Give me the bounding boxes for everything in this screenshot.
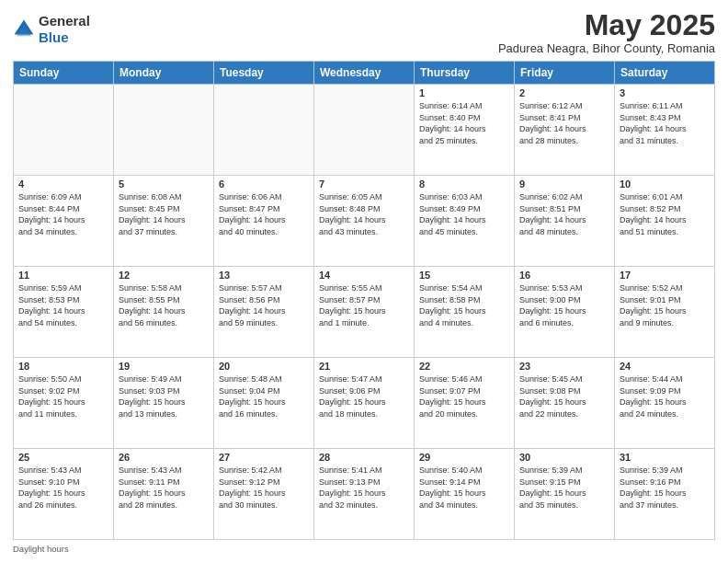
calendar-cell: 10Sunrise: 6:01 AM Sunset: 8:52 PM Dayli… [615, 176, 715, 267]
day-number: 21 [319, 361, 409, 372]
calendar-cell: 13Sunrise: 5:57 AM Sunset: 8:56 PM Dayli… [214, 267, 314, 358]
day-number: 19 [119, 361, 209, 372]
logo-blue: Blue [39, 29, 69, 45]
day-number: 17 [620, 270, 710, 281]
day-number: 25 [18, 452, 108, 463]
day-number: 27 [219, 452, 309, 463]
day-number: 6 [219, 178, 309, 190]
day-info: Sunrise: 5:39 AM Sunset: 9:15 PM Dayligh… [519, 465, 609, 511]
day-number: 18 [18, 361, 108, 372]
week-row-3: 11Sunrise: 5:59 AM Sunset: 8:53 PM Dayli… [14, 267, 715, 358]
calendar-cell: 11Sunrise: 5:59 AM Sunset: 8:53 PM Dayli… [14, 267, 114, 358]
day-number: 26 [119, 452, 209, 463]
day-info: Sunrise: 5:54 AM Sunset: 8:58 PM Dayligh… [419, 282, 509, 328]
calendar-cell: 18Sunrise: 5:50 AM Sunset: 9:02 PM Dayli… [14, 358, 114, 449]
calendar-cell: 17Sunrise: 5:52 AM Sunset: 9:01 PM Dayli… [615, 267, 715, 358]
day-number: 30 [519, 452, 609, 463]
col-saturday: Saturday [615, 62, 715, 85]
day-number: 1 [419, 87, 509, 98]
page: General Blue May 2025 Padurea Neagra, Bi… [0, 0, 728, 563]
day-number: 9 [519, 178, 609, 190]
header: General Blue May 2025 Padurea Neagra, Bi… [13, 9, 715, 55]
col-tuesday: Tuesday [214, 62, 314, 85]
header-row: Sunday Monday Tuesday Wednesday Thursday… [14, 62, 715, 85]
day-number: 15 [419, 270, 509, 281]
day-number: 7 [319, 178, 409, 190]
location-subtitle: Padurea Neagra, Bihor County, Romania [498, 41, 715, 55]
footer-note: Daylight hours [13, 544, 715, 554]
day-info: Sunrise: 5:46 AM Sunset: 9:07 PM Dayligh… [419, 373, 509, 419]
day-number: 8 [419, 178, 509, 190]
day-info: Sunrise: 5:50 AM Sunset: 9:02 PM Dayligh… [18, 373, 108, 419]
day-info: Sunrise: 5:57 AM Sunset: 8:56 PM Dayligh… [219, 282, 309, 328]
day-number: 14 [319, 270, 409, 281]
day-number: 28 [319, 452, 409, 463]
calendar-cell: 5Sunrise: 6:08 AM Sunset: 8:45 PM Daylig… [114, 176, 214, 267]
day-info: Sunrise: 5:53 AM Sunset: 9:00 PM Dayligh… [519, 282, 609, 328]
week-row-5: 25Sunrise: 5:43 AM Sunset: 9:10 PM Dayli… [14, 449, 715, 540]
calendar-cell: 15Sunrise: 5:54 AM Sunset: 8:58 PM Dayli… [415, 267, 515, 358]
week-row-2: 4Sunrise: 6:09 AM Sunset: 8:44 PM Daylig… [14, 176, 715, 267]
col-friday: Friday [515, 62, 615, 85]
calendar-cell: 7Sunrise: 6:05 AM Sunset: 8:48 PM Daylig… [314, 176, 415, 267]
day-number: 2 [519, 87, 609, 98]
day-info: Sunrise: 5:41 AM Sunset: 9:13 PM Dayligh… [319, 465, 409, 511]
day-info: Sunrise: 5:58 AM Sunset: 8:55 PM Dayligh… [119, 282, 209, 328]
day-number: 23 [519, 361, 609, 372]
day-info: Sunrise: 6:03 AM Sunset: 8:49 PM Dayligh… [419, 191, 509, 237]
col-thursday: Thursday [415, 62, 515, 85]
day-info: Sunrise: 5:52 AM Sunset: 9:01 PM Dayligh… [620, 282, 710, 328]
calendar-cell: 28Sunrise: 5:41 AM Sunset: 9:13 PM Dayli… [314, 449, 415, 540]
calendar-cell: 29Sunrise: 5:40 AM Sunset: 9:14 PM Dayli… [415, 449, 515, 540]
calendar-cell [214, 85, 314, 176]
day-number: 31 [620, 452, 710, 463]
col-sunday: Sunday [14, 62, 114, 85]
calendar-cell [314, 85, 415, 176]
day-number: 24 [620, 361, 710, 372]
day-info: Sunrise: 5:42 AM Sunset: 9:12 PM Dayligh… [219, 465, 309, 511]
calendar-cell: 26Sunrise: 5:43 AM Sunset: 9:11 PM Dayli… [114, 449, 214, 540]
day-number: 22 [419, 361, 509, 372]
col-wednesday: Wednesday [314, 62, 415, 85]
calendar-table: Sunday Monday Tuesday Wednesday Thursday… [13, 61, 715, 540]
calendar-cell: 27Sunrise: 5:42 AM Sunset: 9:12 PM Dayli… [214, 449, 314, 540]
day-number: 12 [119, 270, 209, 281]
day-info: Sunrise: 5:39 AM Sunset: 9:16 PM Dayligh… [620, 465, 710, 511]
day-info: Sunrise: 5:48 AM Sunset: 9:04 PM Dayligh… [219, 373, 309, 419]
calendar-cell: 14Sunrise: 5:55 AM Sunset: 8:57 PM Dayli… [314, 267, 415, 358]
calendar-cell: 6Sunrise: 6:06 AM Sunset: 8:47 PM Daylig… [214, 176, 314, 267]
calendar-cell: 20Sunrise: 5:48 AM Sunset: 9:04 PM Dayli… [214, 358, 314, 449]
month-title: May 2025 [498, 9, 715, 41]
day-info: Sunrise: 5:45 AM Sunset: 9:08 PM Dayligh… [519, 373, 609, 419]
day-info: Sunrise: 5:47 AM Sunset: 9:06 PM Dayligh… [319, 373, 409, 419]
day-number: 5 [119, 178, 209, 190]
calendar-cell: 2Sunrise: 6:12 AM Sunset: 8:41 PM Daylig… [515, 85, 615, 176]
day-info: Sunrise: 6:05 AM Sunset: 8:48 PM Dayligh… [319, 191, 409, 237]
calendar-cell: 9Sunrise: 6:02 AM Sunset: 8:51 PM Daylig… [515, 176, 615, 267]
calendar-cell [114, 85, 214, 176]
day-info: Sunrise: 6:02 AM Sunset: 8:51 PM Dayligh… [519, 191, 609, 237]
calendar-cell: 19Sunrise: 5:49 AM Sunset: 9:03 PM Dayli… [114, 358, 214, 449]
day-info: Sunrise: 6:06 AM Sunset: 8:47 PM Dayligh… [219, 191, 309, 237]
day-info: Sunrise: 5:55 AM Sunset: 8:57 PM Dayligh… [319, 282, 409, 328]
calendar-cell: 25Sunrise: 5:43 AM Sunset: 9:10 PM Dayli… [14, 449, 114, 540]
calendar-cell [14, 85, 114, 176]
day-number: 4 [18, 178, 108, 190]
day-info: Sunrise: 5:44 AM Sunset: 9:09 PM Dayligh… [620, 373, 710, 419]
day-number: 3 [620, 87, 710, 98]
day-number: 13 [219, 270, 309, 281]
calendar-cell: 24Sunrise: 5:44 AM Sunset: 9:09 PM Dayli… [615, 358, 715, 449]
calendar-cell: 31Sunrise: 5:39 AM Sunset: 9:16 PM Dayli… [615, 449, 715, 540]
day-info: Sunrise: 6:08 AM Sunset: 8:45 PM Dayligh… [119, 191, 209, 237]
day-number: 16 [519, 270, 609, 281]
col-monday: Monday [114, 62, 214, 85]
week-row-1: 1Sunrise: 6:14 AM Sunset: 8:40 PM Daylig… [14, 85, 715, 176]
calendar-cell: 16Sunrise: 5:53 AM Sunset: 9:00 PM Dayli… [515, 267, 615, 358]
calendar-cell: 30Sunrise: 5:39 AM Sunset: 9:15 PM Dayli… [515, 449, 615, 540]
logo-icon [13, 18, 35, 40]
day-info: Sunrise: 5:43 AM Sunset: 9:11 PM Dayligh… [119, 465, 209, 511]
day-number: 11 [18, 270, 108, 281]
day-info: Sunrise: 6:12 AM Sunset: 8:41 PM Dayligh… [519, 100, 609, 146]
day-info: Sunrise: 5:43 AM Sunset: 9:10 PM Dayligh… [18, 465, 108, 511]
day-info: Sunrise: 5:40 AM Sunset: 9:14 PM Dayligh… [419, 465, 509, 511]
